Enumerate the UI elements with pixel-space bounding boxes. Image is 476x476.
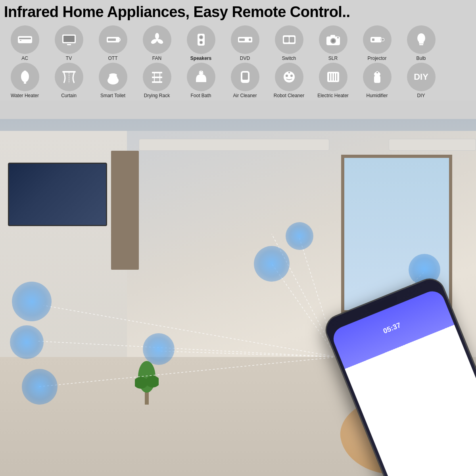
appliance-ac[interactable]: AC [4, 25, 46, 61]
curtain-icon-circle [55, 63, 83, 91]
appliances-grid: AC TV OTT [4, 25, 472, 99]
svg-rect-72 [327, 72, 339, 82]
drying-rack-icon-circle [143, 63, 171, 91]
svg-point-27 [200, 36, 202, 38]
svg-rect-51 [24, 82, 26, 84]
appliances-row-2: Water Heater Curtain [4, 63, 472, 98]
phone-time: 05:37 [382, 321, 402, 336]
ac-label: AC [21, 56, 28, 61]
switch-label: Switch [282, 56, 296, 61]
svg-point-79 [376, 72, 378, 73]
appliance-tv[interactable]: TV [48, 25, 90, 61]
foot-bath-label: Foot Bath [190, 93, 211, 98]
ott-label: OTT [108, 56, 118, 61]
svg-point-69 [286, 75, 288, 77]
svg-point-62 [199, 72, 200, 73]
svg-point-39 [332, 39, 335, 42]
svg-rect-37 [330, 35, 335, 37]
svg-point-22 [155, 33, 159, 39]
svg-point-67 [244, 81, 247, 83]
blue-dot-3 [22, 369, 58, 405]
appliance-switch[interactable]: Switch [268, 25, 310, 61]
svg-rect-50 [24, 71, 26, 72]
robot-cleaner-label: Robot Cleaner [274, 93, 304, 98]
tv-icon-circle [55, 25, 83, 54]
appliance-ott[interactable]: OTT [92, 25, 134, 61]
svg-line-7 [159, 351, 337, 357]
svg-rect-77 [374, 76, 380, 83]
blue-dot-2 [10, 325, 44, 359]
svg-point-49 [21, 71, 29, 82]
appliance-speakers[interactable]: Speakers [180, 25, 222, 61]
svg-rect-66 [242, 73, 248, 80]
svg-rect-57 [152, 77, 162, 78]
electric-heater-label: Electric Heater [317, 93, 349, 98]
diy-label: DIY [417, 93, 425, 98]
svg-rect-16 [63, 36, 75, 42]
appliance-humidifier[interactable]: Humidifier [356, 63, 398, 98]
electric-heater-icon-circle [319, 63, 347, 91]
appliance-curtain[interactable]: Curtain [48, 63, 90, 98]
humidifier-icon-circle [363, 63, 392, 91]
appliance-smart-toilet[interactable]: Smart Toilet [92, 63, 134, 98]
svg-line-6 [38, 357, 337, 387]
air-cleaner-label: Air Cleaner [233, 93, 257, 98]
svg-point-63 [201, 71, 202, 72]
svg-rect-20 [108, 38, 116, 41]
appliance-slr[interactable]: SLR [312, 25, 354, 61]
appliance-robot-cleaner[interactable]: Robot Cleaner [268, 63, 310, 98]
robot-cleaner-icon-circle [275, 63, 303, 91]
svg-point-32 [249, 38, 251, 41]
appliance-dvd[interactable]: DVD [224, 25, 266, 61]
svg-rect-14 [20, 40, 21, 41]
svg-rect-12 [18, 36, 32, 43]
smart-toilet-label: Smart Toilet [100, 93, 125, 98]
appliance-air-cleaner[interactable]: Air Cleaner [224, 63, 266, 98]
slr-icon-circle [319, 25, 347, 54]
drying-rack-label: Drying Rack [144, 93, 170, 98]
blue-dot-5 [254, 246, 290, 282]
appliance-water-heater[interactable]: Water Heater [4, 63, 46, 98]
appliance-electric-heater[interactable]: Electric Heater [312, 63, 354, 98]
appliances-row-1: AC TV OTT [4, 25, 472, 61]
appliance-fan[interactable]: FAN [136, 25, 178, 61]
svg-rect-52 [62, 71, 76, 73]
diy-icon-circle: DIY [407, 63, 436, 91]
appliance-diy[interactable]: DIY DIY [400, 63, 442, 98]
svg-rect-35 [290, 37, 294, 42]
svg-point-64 [203, 72, 203, 73]
svg-point-40 [337, 37, 339, 38]
dvd-icon-circle [231, 25, 259, 54]
svg-rect-47 [419, 44, 423, 45]
projector-label: Projector [367, 56, 386, 61]
svg-rect-56 [152, 72, 162, 73]
appliance-foot-bath[interactable]: Foot Bath [180, 63, 222, 98]
top-panel: Infrared Home Appliances, Easy Remote Co… [0, 0, 476, 101]
fan-label: FAN [152, 56, 161, 61]
appliance-drying-rack[interactable]: Drying Rack [136, 63, 178, 98]
smart-toilet-icon-circle [99, 63, 127, 91]
svg-rect-58 [152, 81, 162, 83]
ac-icon-circle [11, 25, 39, 54]
svg-point-70 [290, 75, 293, 77]
water-heater-label: Water Heater [11, 93, 39, 98]
dvd-label: DVD [240, 56, 250, 61]
svg-rect-17 [67, 44, 71, 45]
headline: Infrared Home Appliances, Easy Remote Co… [4, 4, 472, 21]
svg-line-5 [38, 341, 337, 357]
svg-rect-44 [372, 38, 374, 41]
svg-rect-31 [239, 38, 245, 41]
appliance-bulb[interactable]: Bulb [400, 25, 442, 61]
svg-point-29 [200, 42, 202, 43]
ott-icon-circle [99, 25, 127, 54]
slr-label: SLR [328, 56, 338, 61]
svg-rect-46 [419, 42, 424, 44]
svg-rect-13 [19, 38, 31, 39]
water-heater-icon-circle [11, 63, 39, 91]
appliance-projector[interactable]: Projector [356, 25, 398, 61]
blue-dot-1 [12, 282, 52, 321]
projector-icon-circle [363, 25, 392, 54]
humidifier-label: Humidifier [366, 93, 388, 98]
tv-label: TV [66, 56, 72, 61]
svg-point-43 [382, 38, 384, 41]
